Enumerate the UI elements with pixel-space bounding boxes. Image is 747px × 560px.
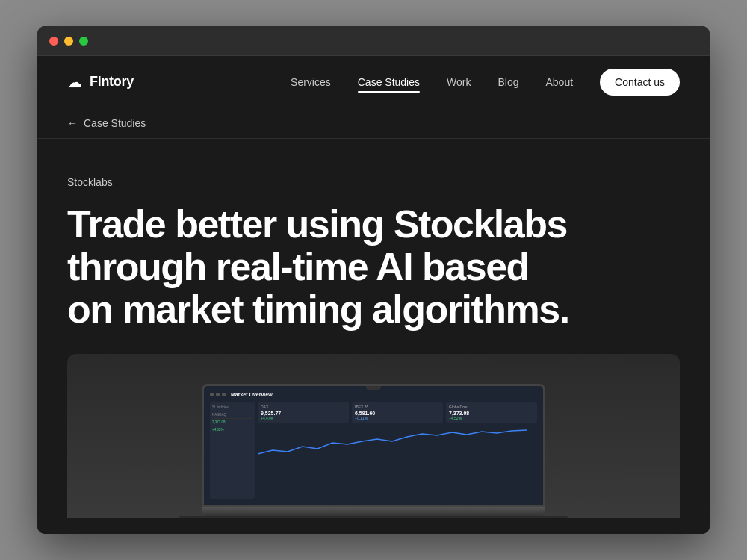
screen-dot-2 <box>216 393 220 396</box>
nasdaq-label: NASDAQ <box>212 413 226 417</box>
traffic-light-green[interactable] <box>79 37 88 46</box>
logo-area: ☁ Fintory <box>67 73 134 91</box>
logo-icon: ☁ <box>67 73 82 91</box>
ibex-change: +0.11% <box>355 416 440 420</box>
logo-text: Fintory <box>90 74 134 90</box>
traffic-light-yellow[interactable] <box>64 37 73 46</box>
dax-value: 9,525.77 <box>261 411 346 416</box>
screen-topbar: Market Overview <box>210 392 537 397</box>
dax-change: +4.47% <box>261 416 346 420</box>
globaldow-value: 7,373.08 <box>449 411 534 416</box>
screen-content: Market Overview SL Indicies NASDAQ 2,373… <box>204 386 543 505</box>
laptop-base <box>202 507 545 516</box>
chart-svg <box>258 428 527 458</box>
left-panel-item-3: 2,373.08 <box>212 419 252 426</box>
globaldow-change: +4.52% <box>449 416 534 420</box>
ibex-panel: IBEX 35 6,581.60 +0.11% <box>352 402 443 423</box>
browser-window: ☁ Fintory Services Case Studies Work Blo… <box>37 26 710 534</box>
ibex-label: IBEX 35 <box>355 405 440 409</box>
nav-services[interactable]: Services <box>291 76 331 88</box>
left-panel-item-1: SL Indicies <box>212 404 252 411</box>
screen-panels: SL Indicies NASDAQ 2,373.08 +4.52% <box>210 402 537 499</box>
globaldow-label: GlobalDow <box>449 405 534 409</box>
globaldow-panel: GlobalDow 7,373.08 +4.52% <box>446 402 537 423</box>
dax-panel: DAX 9,525.77 +4.47% <box>258 402 349 423</box>
laptop-notch <box>366 386 381 390</box>
hero-headline: Trade better using Stocklabs through rea… <box>67 203 575 332</box>
traffic-light-red[interactable] <box>49 37 58 46</box>
hero-section: Stocklabs Trade better using Stocklabs t… <box>37 139 710 354</box>
nav-blog[interactable]: Blog <box>498 76 518 88</box>
contact-button[interactable]: Contact us <box>600 69 680 96</box>
nav-about[interactable]: About <box>545 76 573 88</box>
nav-case-studies[interactable]: Case Studies <box>358 76 420 88</box>
left-panel-item-2: NASDAQ <box>212 411 252 419</box>
mockup-section: Market Overview SL Indicies NASDAQ 2,373… <box>67 354 680 518</box>
laptop-container: Market Overview SL Indicies NASDAQ 2,373… <box>157 369 590 518</box>
screen-dot-3 <box>222 393 226 396</box>
laptop-bottom <box>179 516 568 518</box>
breadcrumb-label: Case Studies <box>84 117 146 129</box>
ibex-value: 6,581.60 <box>355 411 440 416</box>
nav-links: Services Case Studies Work Blog About Co… <box>291 69 680 96</box>
navbar: ☁ Fintory Services Case Studies Work Blo… <box>37 56 710 108</box>
left-side-panel: SL Indicies NASDAQ 2,373.08 +4.52% <box>210 402 255 499</box>
chart-area <box>258 428 537 458</box>
nav-work[interactable]: Work <box>447 76 471 88</box>
laptop-screen-frame: Market Overview SL Indicies NASDAQ 2,373… <box>202 384 545 507</box>
dax-label: DAX <box>261 405 346 409</box>
screen-title: Market Overview <box>231 392 273 397</box>
nasdaq-change: +4.52% <box>212 426 252 433</box>
browser-content: ☁ Fintory Services Case Studies Work Blo… <box>37 56 710 534</box>
company-label: Stocklabs <box>67 176 680 188</box>
breadcrumb-back-arrow[interactable]: ← <box>67 117 78 129</box>
screen-dot-1 <box>210 393 214 396</box>
laptop-outer: Market Overview SL Indicies NASDAQ 2,373… <box>179 384 568 518</box>
browser-chrome <box>37 26 710 56</box>
breadcrumb: ← Case Studies <box>37 108 710 139</box>
